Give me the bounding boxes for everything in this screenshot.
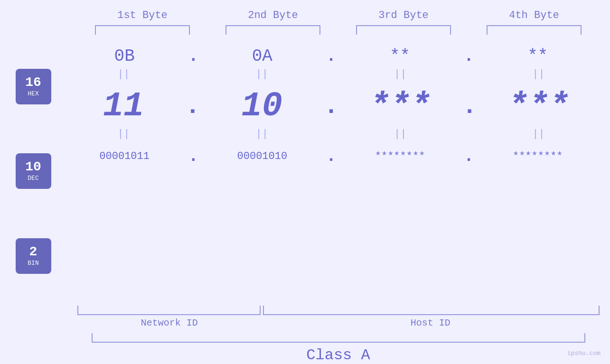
dec-val-4: ***: [487, 87, 591, 126]
grid-area: 0B . 0A . ** . ** || || || || 11: [66, 39, 610, 303]
hex-val-2: 0A: [210, 47, 314, 66]
id-labels-row: Network ID Host ID: [77, 317, 600, 328]
hex-values-row: 0B . 0A . ** . **: [66, 47, 596, 66]
sep-1-3: ||: [348, 68, 452, 80]
hex-val-1: 0B: [72, 47, 177, 66]
bin-val-1: 00001011: [72, 150, 177, 162]
bottom-brackets-section: [77, 306, 600, 315]
sep-2-4: ||: [487, 128, 591, 140]
bracket-top-2: [225, 25, 320, 35]
network-id-label: Network ID: [77, 317, 262, 328]
bracket-bottom-network: [77, 306, 261, 315]
byte-label-4: 4th Byte: [482, 9, 586, 21]
sep-2-3: ||: [348, 128, 452, 140]
dec-badge: 10 DEC: [16, 153, 51, 189]
bin-val-4: ********: [486, 150, 590, 162]
dec-values-row: 11 . 10 . *** . ***: [66, 87, 596, 126]
dec-dot-1: .: [185, 93, 200, 121]
byte-label-2: 2nd Byte: [221, 9, 325, 21]
watermark: ipshu.com: [567, 350, 601, 357]
bracket-top-4: [487, 25, 582, 35]
sep-2-2: ||: [210, 128, 314, 140]
bin-val-2: 00001010: [210, 150, 314, 162]
hex-badge: 16 HEX: [16, 69, 51, 104]
class-bar: [92, 333, 585, 343]
bin-dot-1: .: [188, 147, 198, 166]
hex-val-3: **: [348, 47, 452, 66]
bin-val-3: ********: [348, 150, 452, 162]
separator-row-1: || || || ||: [66, 67, 596, 81]
byte-label-1: 1st Byte: [90, 9, 195, 21]
bin-dot-2: .: [326, 147, 337, 166]
byte-label-3: 3rd Byte: [351, 9, 456, 21]
dec-val-2: 10: [210, 87, 314, 126]
bracket-bottom-host: [263, 306, 599, 315]
hex-val-4: **: [486, 47, 590, 66]
badges-column: 16 HEX 10 DEC 2 BIN: [0, 39, 66, 303]
content-area: 16 HEX 10 DEC 2 BIN 0B . 0A . ** . **: [0, 39, 610, 303]
bin-dot-3: .: [464, 147, 474, 166]
bracket-top-3: [356, 25, 451, 35]
bin-values-row: 00001011 . 00001010 . ******** . *******…: [66, 147, 596, 166]
bracket-top-1: [95, 25, 190, 35]
hex-dot-1: .: [188, 47, 198, 66]
class-label: Class A: [306, 346, 370, 364]
dec-dot-2: .: [324, 93, 338, 121]
dec-val-1: 11: [71, 87, 176, 126]
sep-1-4: ||: [487, 68, 591, 80]
dec-val-3: ***: [348, 87, 452, 126]
dec-dot-3: .: [462, 93, 477, 121]
main-container: 1st Byte 2nd Byte 3rd Byte 4th Byte 16 H…: [0, 0, 610, 364]
class-label-row: Class A: [92, 346, 585, 364]
sep-1-1: ||: [71, 68, 176, 80]
byte-labels-row: 1st Byte 2nd Byte 3rd Byte 4th Byte: [77, 9, 600, 21]
bin-badge: 2 BIN: [16, 238, 51, 274]
sep-1-2: ||: [210, 68, 314, 80]
separator-row-2: || || || ||: [66, 127, 596, 141]
sep-2-1: ||: [71, 128, 176, 140]
top-brackets-row: [77, 25, 600, 35]
host-id-label: Host ID: [262, 317, 599, 328]
hex-dot-3: .: [464, 47, 474, 66]
hex-dot-2: .: [326, 47, 337, 66]
